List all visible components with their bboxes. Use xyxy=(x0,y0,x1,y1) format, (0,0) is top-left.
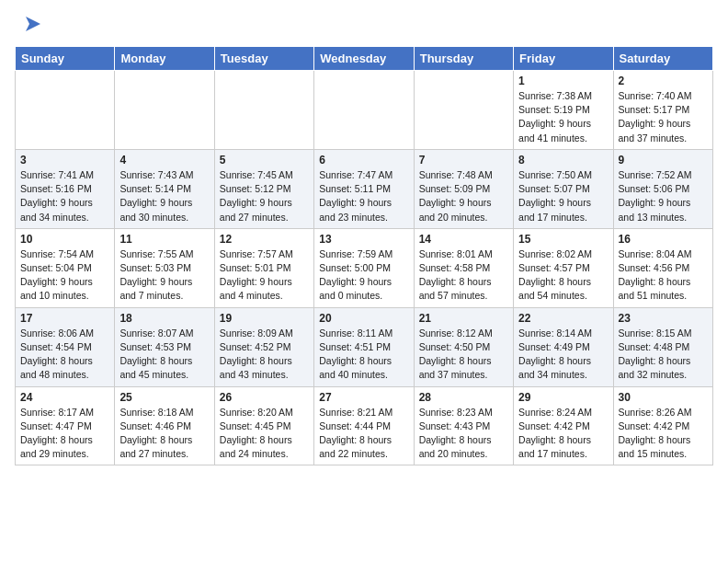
day-number: 15 xyxy=(518,233,608,246)
day-number: 12 xyxy=(220,233,309,246)
day-number: 8 xyxy=(518,154,608,167)
calendar-cell: 2Sunrise: 7:40 AM Sunset: 5:17 PM Daylig… xyxy=(613,71,712,150)
calendar-cell: 1Sunrise: 7:38 AM Sunset: 5:19 PM Daylig… xyxy=(514,71,613,150)
day-number: 10 xyxy=(20,233,109,246)
calendar-header-wednesday: Wednesday xyxy=(314,47,414,71)
calendar-cell: 5Sunrise: 7:45 AM Sunset: 5:12 PM Daylig… xyxy=(214,149,313,228)
day-info: Sunrise: 7:45 AM Sunset: 5:12 PM Dayligh… xyxy=(220,168,309,224)
day-info: Sunrise: 8:23 AM Sunset: 4:43 PM Dayligh… xyxy=(419,406,508,462)
logo xyxy=(15,15,44,37)
calendar-header-tuesday: Tuesday xyxy=(214,47,313,71)
day-number: 5 xyxy=(220,154,309,167)
calendar-week-row: 3Sunrise: 7:41 AM Sunset: 5:16 PM Daylig… xyxy=(16,149,713,228)
calendar-cell: 26Sunrise: 8:20 AM Sunset: 4:45 PM Dayli… xyxy=(214,386,313,465)
day-number: 6 xyxy=(319,154,408,167)
day-info: Sunrise: 8:24 AM Sunset: 4:42 PM Dayligh… xyxy=(518,406,608,462)
day-info: Sunrise: 8:17 AM Sunset: 4:47 PM Dayligh… xyxy=(20,406,109,462)
day-info: Sunrise: 8:12 AM Sunset: 4:50 PM Dayligh… xyxy=(419,327,508,383)
calendar-cell: 21Sunrise: 8:12 AM Sunset: 4:50 PM Dayli… xyxy=(414,307,513,386)
header xyxy=(15,15,713,37)
day-number: 14 xyxy=(419,233,508,246)
calendar-cell: 19Sunrise: 8:09 AM Sunset: 4:52 PM Dayli… xyxy=(214,307,313,386)
day-info: Sunrise: 8:21 AM Sunset: 4:44 PM Dayligh… xyxy=(319,406,408,462)
day-number: 26 xyxy=(220,391,309,404)
day-number: 24 xyxy=(20,391,109,404)
calendar-week-row: 1Sunrise: 7:38 AM Sunset: 5:19 PM Daylig… xyxy=(16,71,713,150)
calendar-cell: 24Sunrise: 8:17 AM Sunset: 4:47 PM Dayli… xyxy=(16,386,115,465)
day-number: 3 xyxy=(20,154,109,167)
day-number: 18 xyxy=(119,312,209,325)
calendar-cell xyxy=(16,71,115,150)
day-number: 16 xyxy=(619,233,708,246)
day-info: Sunrise: 7:50 AM Sunset: 5:07 PM Dayligh… xyxy=(518,168,608,224)
day-number: 9 xyxy=(619,154,708,167)
calendar-header-monday: Monday xyxy=(115,47,214,71)
calendar-cell: 15Sunrise: 8:02 AM Sunset: 4:57 PM Dayli… xyxy=(514,228,613,307)
day-info: Sunrise: 8:14 AM Sunset: 4:49 PM Dayligh… xyxy=(518,327,608,383)
calendar-cell: 14Sunrise: 8:01 AM Sunset: 4:58 PM Dayli… xyxy=(414,228,513,307)
calendar-cell: 20Sunrise: 8:11 AM Sunset: 4:51 PM Dayli… xyxy=(314,307,414,386)
day-number: 19 xyxy=(220,312,309,325)
day-number: 29 xyxy=(518,391,608,404)
day-number: 22 xyxy=(518,312,608,325)
calendar-cell: 3Sunrise: 7:41 AM Sunset: 5:16 PM Daylig… xyxy=(16,149,115,228)
calendar-week-row: 17Sunrise: 8:06 AM Sunset: 4:54 PM Dayli… xyxy=(16,307,713,386)
day-info: Sunrise: 8:11 AM Sunset: 4:51 PM Dayligh… xyxy=(319,327,408,383)
calendar-cell xyxy=(414,71,513,150)
day-info: Sunrise: 7:47 AM Sunset: 5:11 PM Dayligh… xyxy=(319,168,408,224)
calendar-cell: 22Sunrise: 8:14 AM Sunset: 4:49 PM Dayli… xyxy=(514,307,613,386)
day-info: Sunrise: 8:04 AM Sunset: 4:56 PM Dayligh… xyxy=(619,247,708,304)
day-info: Sunrise: 8:26 AM Sunset: 4:42 PM Dayligh… xyxy=(619,406,708,462)
day-number: 27 xyxy=(319,391,408,404)
day-number: 28 xyxy=(419,391,508,404)
calendar-cell: 8Sunrise: 7:50 AM Sunset: 5:07 PM Daylig… xyxy=(514,149,613,228)
calendar-cell: 28Sunrise: 8:23 AM Sunset: 4:43 PM Dayli… xyxy=(414,386,513,465)
calendar-header-friday: Friday xyxy=(514,47,613,71)
day-number: 7 xyxy=(419,154,508,167)
calendar-cell: 18Sunrise: 8:07 AM Sunset: 4:53 PM Dayli… xyxy=(115,307,214,386)
calendar-cell: 11Sunrise: 7:55 AM Sunset: 5:03 PM Dayli… xyxy=(115,228,214,307)
calendar-cell: 27Sunrise: 8:21 AM Sunset: 4:44 PM Dayli… xyxy=(314,386,414,465)
day-info: Sunrise: 7:38 AM Sunset: 5:19 PM Dayligh… xyxy=(518,89,608,145)
calendar-header-sunday: Sunday xyxy=(16,47,115,71)
calendar-cell: 4Sunrise: 7:43 AM Sunset: 5:14 PM Daylig… xyxy=(115,149,214,228)
calendar-cell xyxy=(214,71,313,150)
calendar-cell: 29Sunrise: 8:24 AM Sunset: 4:42 PM Dayli… xyxy=(514,386,613,465)
day-info: Sunrise: 7:54 AM Sunset: 5:04 PM Dayligh… xyxy=(20,247,109,304)
calendar-cell: 25Sunrise: 8:18 AM Sunset: 4:46 PM Dayli… xyxy=(115,386,214,465)
day-number: 11 xyxy=(119,233,209,246)
day-info: Sunrise: 8:01 AM Sunset: 4:58 PM Dayligh… xyxy=(419,247,508,304)
day-info: Sunrise: 7:57 AM Sunset: 5:01 PM Dayligh… xyxy=(220,247,309,304)
calendar-cell: 23Sunrise: 8:15 AM Sunset: 4:48 PM Dayli… xyxy=(613,307,712,386)
day-number: 17 xyxy=(20,312,109,325)
day-number: 2 xyxy=(619,75,708,87)
logo-icon xyxy=(18,11,44,37)
calendar-cell: 13Sunrise: 7:59 AM Sunset: 5:00 PM Dayli… xyxy=(314,228,414,307)
calendar-cell: 30Sunrise: 8:26 AM Sunset: 4:42 PM Dayli… xyxy=(613,386,712,465)
calendar-cell xyxy=(115,71,214,150)
day-number: 25 xyxy=(119,391,209,404)
calendar-cell: 16Sunrise: 8:04 AM Sunset: 4:56 PM Dayli… xyxy=(613,228,712,307)
calendar-header-saturday: Saturday xyxy=(613,47,712,71)
calendar-week-row: 24Sunrise: 8:17 AM Sunset: 4:47 PM Dayli… xyxy=(16,386,713,465)
day-info: Sunrise: 7:59 AM Sunset: 5:00 PM Dayligh… xyxy=(319,247,408,304)
calendar: SundayMondayTuesdayWednesdayThursdayFrid… xyxy=(15,46,713,465)
calendar-cell: 9Sunrise: 7:52 AM Sunset: 5:06 PM Daylig… xyxy=(613,149,712,228)
day-number: 1 xyxy=(518,75,608,87)
calendar-cell: 12Sunrise: 7:57 AM Sunset: 5:01 PM Dayli… xyxy=(214,228,313,307)
day-info: Sunrise: 7:41 AM Sunset: 5:16 PM Dayligh… xyxy=(20,168,109,224)
day-number: 21 xyxy=(419,312,508,325)
calendar-header-thursday: Thursday xyxy=(414,47,513,71)
day-info: Sunrise: 8:07 AM Sunset: 4:53 PM Dayligh… xyxy=(119,327,209,383)
day-number: 23 xyxy=(619,312,708,325)
day-info: Sunrise: 8:09 AM Sunset: 4:52 PM Dayligh… xyxy=(220,327,309,383)
day-info: Sunrise: 7:43 AM Sunset: 5:14 PM Dayligh… xyxy=(119,168,209,224)
day-number: 4 xyxy=(119,154,209,167)
day-info: Sunrise: 8:20 AM Sunset: 4:45 PM Dayligh… xyxy=(220,406,309,462)
day-info: Sunrise: 8:18 AM Sunset: 4:46 PM Dayligh… xyxy=(119,406,209,462)
day-info: Sunrise: 8:02 AM Sunset: 4:57 PM Dayligh… xyxy=(518,247,608,304)
day-number: 20 xyxy=(319,312,408,325)
day-info: Sunrise: 7:55 AM Sunset: 5:03 PM Dayligh… xyxy=(119,247,209,304)
calendar-cell: 7Sunrise: 7:48 AM Sunset: 5:09 PM Daylig… xyxy=(414,149,513,228)
day-number: 30 xyxy=(619,391,708,404)
